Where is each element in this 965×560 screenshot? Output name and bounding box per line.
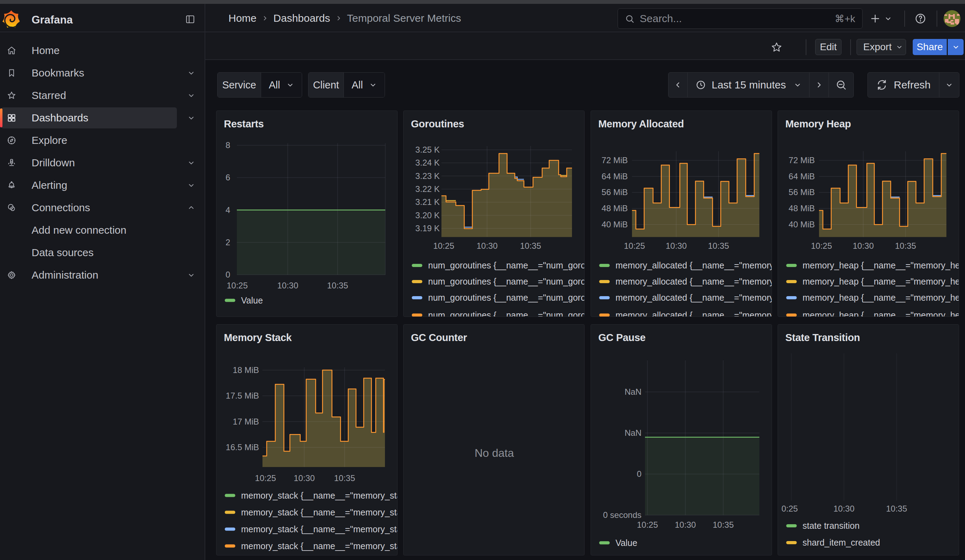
svg-text:num_goroutines {__name__="num_: num_goroutines {__name__="num_goroutines…: [428, 276, 585, 286]
svg-text:10:25: 10:25: [433, 241, 454, 250]
svg-text:3.20 K: 3.20 K: [415, 211, 440, 220]
svg-text:memory_allocated {__name__="me: memory_allocated {__name__="memory_alloc…: [615, 260, 772, 270]
svg-text:num_goroutines {__name__="num_: num_goroutines {__name__="num_goroutines…: [428, 310, 585, 317]
svg-text:10:30: 10:30: [476, 241, 497, 250]
svg-text:64 MiB: 64 MiB: [788, 171, 815, 181]
svg-text:0:25: 0:25: [782, 504, 798, 513]
svg-text:num_goroutines {__name__="num_: num_goroutines {__name__="num_goroutines…: [428, 260, 585, 270]
svg-text:10:30: 10:30: [666, 241, 687, 250]
svg-text:0 seconds: 0 seconds: [603, 510, 641, 520]
svg-text:3.21 K: 3.21 K: [415, 197, 440, 207]
svg-text:10:25: 10:25: [255, 473, 276, 483]
svg-text:3.24 K: 3.24 K: [415, 158, 440, 167]
svg-text:10:35: 10:35: [334, 473, 355, 483]
svg-text:56 MiB: 56 MiB: [788, 188, 815, 197]
svg-text:10:30: 10:30: [277, 281, 298, 290]
svg-text:Value: Value: [241, 296, 263, 305]
svg-text:Value: Value: [615, 538, 637, 548]
svg-text:10:25: 10:25: [811, 241, 832, 250]
svg-text:10:35: 10:35: [327, 281, 348, 290]
svg-text:4: 4: [226, 205, 230, 215]
svg-text:10:25: 10:25: [227, 281, 248, 290]
svg-text:72 MiB: 72 MiB: [602, 155, 628, 165]
svg-text:10:30: 10:30: [294, 473, 315, 483]
svg-text:72 MiB: 72 MiB: [788, 155, 815, 165]
svg-text:8: 8: [226, 140, 230, 150]
svg-text:shard_item_created: shard_item_created: [803, 537, 880, 547]
svg-text:memory_stack {__name__="memory: memory_stack {__name__="memory_stack", s…: [241, 491, 397, 500]
svg-text:3.19 K: 3.19 K: [415, 224, 440, 233]
svg-text:3.25 K: 3.25 K: [415, 145, 440, 154]
svg-text:memory_heap {__name__="memory_: memory_heap {__name__="memory_heap", ser…: [803, 260, 959, 270]
svg-text:10:25: 10:25: [624, 241, 645, 250]
svg-text:10:30: 10:30: [853, 241, 874, 250]
svg-text:3.23 K: 3.23 K: [415, 171, 440, 181]
svg-text:17.5 MiB: 17.5 MiB: [226, 391, 259, 400]
svg-text:memory_stack {__name__="memory: memory_stack {__name__="memory_stack", s…: [241, 524, 397, 534]
svg-text:40 MiB: 40 MiB: [602, 220, 628, 229]
svg-text:0: 0: [226, 270, 230, 279]
svg-text:56 MiB: 56 MiB: [602, 188, 628, 197]
svg-text:memory_allocated {__name__="me: memory_allocated {__name__="memory_alloc…: [615, 276, 772, 286]
svg-text:10:30: 10:30: [675, 520, 696, 529]
svg-text:10:35: 10:35: [895, 241, 916, 250]
svg-text:num_goroutines {__name__="num_: num_goroutines {__name__="num_goroutines…: [428, 292, 585, 302]
svg-text:memory_heap {__name__="memory_: memory_heap {__name__="memory_heap", ser…: [803, 276, 959, 286]
svg-text:NaN: NaN: [625, 387, 641, 397]
svg-text:10:35: 10:35: [520, 241, 541, 250]
svg-text:memory_heap {__name__="memory_: memory_heap {__name__="memory_heap", ser…: [803, 292, 959, 302]
svg-text:memory_allocated {__name__="me: memory_allocated {__name__="memory_alloc…: [615, 310, 772, 317]
svg-text:64 MiB: 64 MiB: [602, 171, 628, 181]
svg-text:2: 2: [226, 238, 230, 247]
svg-text:10:35: 10:35: [886, 504, 907, 513]
svg-text:memory_heap {__name__="memory_: memory_heap {__name__="memory_heap", ser…: [803, 310, 959, 317]
svg-text:17 MiB: 17 MiB: [233, 417, 259, 426]
svg-text:10:25: 10:25: [637, 520, 658, 529]
svg-text:48 MiB: 48 MiB: [602, 204, 628, 213]
svg-text:10:30: 10:30: [833, 504, 854, 513]
svg-text:48 MiB: 48 MiB: [788, 204, 815, 213]
svg-text:memory_stack {__name__="memory: memory_stack {__name__="memory_stack", s…: [241, 541, 397, 551]
svg-text:16.5 MiB: 16.5 MiB: [226, 442, 259, 452]
svg-text:NaN: NaN: [625, 428, 641, 438]
svg-text:3.22 K: 3.22 K: [415, 184, 440, 194]
svg-text:10:35: 10:35: [708, 241, 729, 250]
svg-text:0: 0: [637, 469, 641, 478]
svg-text:memory_stack {__name__="memory: memory_stack {__name__="memory_stack", s…: [241, 508, 397, 517]
svg-text:10:35: 10:35: [713, 520, 734, 529]
svg-text:18 MiB: 18 MiB: [233, 365, 259, 375]
svg-text:memory_allocated {__name__="me: memory_allocated {__name__="memory_alloc…: [615, 292, 772, 302]
svg-text:6: 6: [226, 173, 230, 182]
svg-text:40 MiB: 40 MiB: [788, 220, 815, 229]
svg-text:state transition: state transition: [803, 521, 860, 531]
